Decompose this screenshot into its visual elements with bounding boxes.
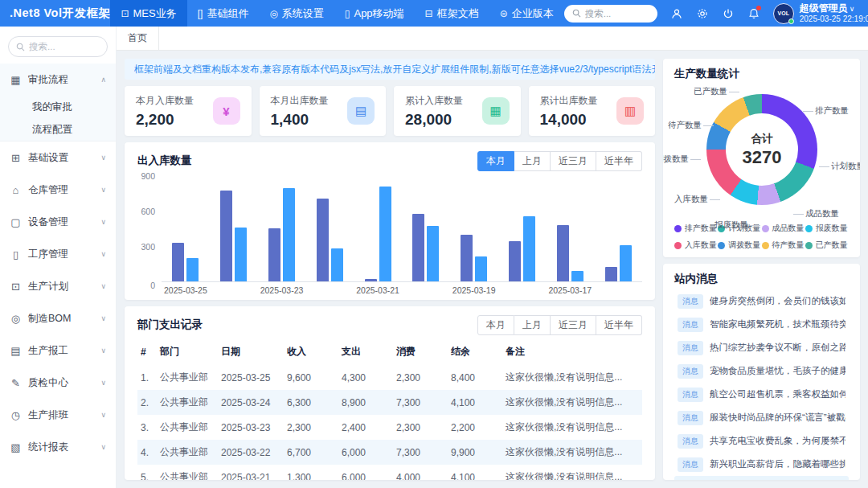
stat-card: 累计出库数量14,000▥ [529, 86, 656, 136]
message-item[interactable]: 消息健身房突然倒闭，会员们的钱该如何追回？ [674, 289, 849, 313]
top-menu-item-企业版本[interactable]: ⊜企业版本 [489, 0, 564, 27]
tab-home[interactable]: 首页 [117, 27, 159, 50]
leader-line [803, 111, 813, 112]
production-stats-card: 生产数量统计 合计 3270 排产数量计划数量成品数量报废数量入库数量调拨数量待… [663, 59, 860, 257]
table-tab-本月[interactable]: 本月 [477, 315, 514, 335]
table-row: 2.公共事业部2025-03-246,3008,9007,3004,100这家伙… [137, 390, 642, 415]
message-item[interactable]: 消息宠物食品质量堪忧，毛孩子的健康谁守护？ [674, 359, 849, 383]
sidebar-item-生产计划[interactable]: ⊡生产计划∨ [0, 270, 116, 302]
sidebar-item-工序管理[interactable]: ▯工序管理∨ [0, 238, 116, 270]
sidebar-item-生产报工[interactable]: ▤生产报工∨ [0, 334, 116, 367]
leader-line [703, 125, 714, 126]
y-tick: 0 [150, 281, 155, 290]
table-tab-近三月[interactable]: 近三月 [551, 315, 596, 335]
donut-center-value: 3270 [743, 147, 782, 168]
legend-item-待产数量[interactable]: 待产数量 [762, 240, 805, 251]
legend-item-入库数量[interactable]: 入库数量 [674, 240, 718, 251]
sidebar-search[interactable] [8, 36, 108, 57]
sidebar-item-质检中心[interactable]: ✎质检中心∨ [0, 367, 116, 399]
release-notice: 框架前端及文档重构版本发布,兼容原有版本代码及jsx写法,放开自定义扩展组件限制… [125, 59, 655, 80]
sidebar-item-label: 统计报表 [28, 441, 94, 454]
message-item[interactable]: 消息新兴职业高薪背后，隐藏着哪些挑战？ [674, 453, 849, 476]
bar-group [461, 235, 487, 281]
sidebar-item-仓库管理[interactable]: ⌂仓库管理∨ [0, 174, 116, 206]
message-item[interactable]: 消息共享充电宝收费乱象，为何屡禁不止？ [674, 429, 849, 453]
bar-出库数量 [427, 226, 439, 281]
chart-tab-上月[interactable]: 上月 [514, 151, 551, 171]
top-menu-item-框架文档[interactable]: ⊟框架文档 [415, 0, 489, 27]
table-cell: 这家伙很懒,没有说明信息... [502, 415, 642, 440]
bar-入库数量 [268, 228, 280, 281]
bell-icon[interactable] [747, 7, 760, 20]
donut-label-排产数量: 排产数量 [803, 105, 849, 117]
bar-chart: 0300600900 2025-03-25 2025-03-23 2025-03… [137, 176, 642, 295]
legend-item-报废数量[interactable]: 报废数量 [805, 223, 849, 234]
chevron-down-icon: ∨ [100, 347, 106, 355]
y-tick: 600 [141, 207, 155, 216]
user-menu[interactable]: VOL 超级管理员∨ 2025-03-25 22:19:08 [773, 3, 868, 24]
bar-出库数量 [475, 256, 487, 281]
quality-icon: ✎ [10, 377, 22, 389]
table-tab-近半年[interactable]: 近半年 [596, 315, 642, 335]
message-text: 航空公司超售机票，乘客权益如何保障？ [710, 388, 845, 400]
message-text: 宠物食品质量堪忧，毛孩子的健康谁守护？ [710, 365, 845, 377]
power-icon[interactable] [722, 7, 735, 20]
version-icon: ⊜ [500, 8, 508, 19]
top-menu: ⊡MES业务[]基础组件◎系统设置▯App移动端⊟框架文档⊜企业版本 [110, 0, 563, 27]
bar-group [557, 225, 583, 281]
chevron-down-icon: ∨ [850, 5, 855, 13]
bar-group [509, 216, 535, 281]
bar-入库数量 [365, 279, 377, 281]
sidebar-subitem-我的审批[interactable]: 我的审批 [0, 96, 116, 118]
sidebar-subitem-流程配置[interactable]: 流程配置 [0, 118, 116, 141]
message-item[interactable]: 消息热门综艺抄袭争议不断，原创之路在何方？ [674, 336, 849, 359]
user-icon[interactable] [670, 7, 683, 20]
top-menu-item-系统设置[interactable]: ◎系统设置 [259, 0, 334, 27]
settings-gear-icon[interactable] [696, 7, 709, 20]
message-item[interactable]: 消息航空公司超售机票，乘客权益如何保障？ [674, 383, 849, 406]
chart-tab-本月[interactable]: 本月 [477, 151, 514, 171]
legend-item-排产数量[interactable]: 排产数量 [674, 223, 718, 234]
message-item[interactable]: 消息酒店卫生乱象又现，出门住宿该如何选？ [674, 476, 849, 480]
top-menu-label: 基础组件 [207, 6, 248, 21]
message-item[interactable]: 消息智能家电频繁死机，技术瓶颈待突破？ [674, 313, 849, 336]
sidebar-item-基础设置[interactable]: ⊞基础设置∨ [0, 141, 116, 174]
chart-tab-近三月[interactable]: 近三月 [551, 151, 596, 171]
stat-value: 14,000 [540, 111, 598, 129]
leader-line [710, 199, 720, 200]
legend-item-调拨数量[interactable]: 调拨数量 [718, 240, 761, 251]
sidebar-item-审批流程[interactable]: ▦审批流程∧ [0, 64, 116, 96]
sidebar-menu: ▦审批流程∧我的审批流程配置⊞基础设置∨⌂仓库管理∨▢设备管理∨▯工序管理∨⊡生… [0, 64, 116, 463]
message-text: 热门综艺抄袭争议不断，原创之路在何方？ [710, 342, 845, 354]
table-row: 1.公共事业部2025-03-259,6004,3002,3008,400这家伙… [137, 365, 642, 390]
sidebar-item-生产排班[interactable]: ◷生产排班∨ [0, 399, 116, 431]
message-text: 服装快时尚品牌的环保“谎言”被戳破？ [710, 412, 845, 424]
sidebar-item-统计报表[interactable]: ▧统计报表∨ [0, 431, 116, 463]
legend-item-成品数量[interactable]: 成品数量 [762, 223, 805, 234]
top-menu-item-基础组件[interactable]: []基础组件 [187, 0, 260, 27]
chart-range-tabs: 本月上月近三月近半年 [477, 151, 642, 171]
sidebar-item-制造BOM[interactable]: ◎制造BOM∨ [0, 302, 116, 334]
table-cell: 这家伙很懒,没有说明信息... [502, 465, 642, 480]
legend-item-已产数量[interactable]: 已产数量 [805, 240, 849, 251]
message-text: 新兴职业高薪背后，隐藏着哪些挑战？ [710, 458, 845, 470]
column-header: 备注 [502, 338, 642, 365]
sidebar-search-input[interactable] [29, 42, 98, 51]
stat-card: 累计入库数量28,000▦ [394, 86, 521, 136]
navbar-search-input[interactable] [585, 9, 649, 18]
navbar-search[interactable] [564, 5, 657, 23]
table-cell: 2,200 [448, 415, 502, 440]
message-item[interactable]: 消息服装快时尚品牌的环保“谎言”被戳破？ [674, 406, 849, 429]
table-cell: 2025-03-21 [218, 465, 284, 480]
legend-label: 已产数量 [816, 240, 848, 251]
bar-出库数量 [523, 216, 535, 281]
top-menu-item-MES业务[interactable]: ⊡MES业务 [110, 0, 186, 27]
bar-group [317, 199, 343, 281]
table-tab-上月[interactable]: 上月 [514, 315, 551, 335]
table-cell: 2025-03-25 [218, 365, 284, 390]
wallet-icon: ▤ [347, 97, 375, 125]
sidebar-item-设备管理[interactable]: ▢设备管理∨ [0, 206, 116, 238]
top-menu-label: 框架文档 [437, 6, 479, 21]
chart-tab-近半年[interactable]: 近半年 [596, 151, 642, 171]
top-menu-item-App移动端[interactable]: ▯App移动端 [334, 0, 415, 27]
